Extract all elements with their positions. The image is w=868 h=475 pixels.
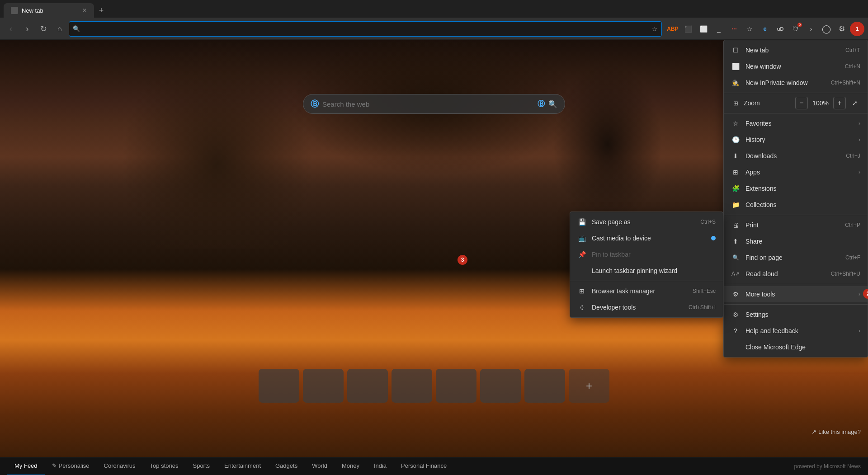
submenu-save-page-shortcut: Ctrl+S: [700, 219, 716, 225]
nav-top-stories[interactable]: Top stories: [143, 457, 186, 475]
search-icon[interactable]: 🔍: [548, 100, 557, 108]
submenu-pin-wizard-label: Launch taskbar pinning wizard: [592, 267, 677, 274]
submenu-task-manager[interactable]: ⊞ Browser task manager Shift+Esc: [570, 283, 723, 299]
nav-entertainment[interactable]: Entertainment: [217, 457, 268, 475]
quick-link-3[interactable]: [347, 369, 388, 403]
tab-bar: New tab ✕ +: [0, 0, 868, 18]
home-button[interactable]: ⌂: [52, 22, 67, 36]
submenu-task-manager-shortcut: Shift+Esc: [693, 288, 716, 294]
menu-downloads[interactable]: ⬇ Downloads Ctrl+J: [724, 148, 868, 164]
history-icon: 🕐: [731, 135, 740, 144]
menu-find[interactable]: 🔍 Find on page Ctrl+F: [724, 249, 868, 266]
nav-my-feed[interactable]: My Feed: [7, 457, 45, 475]
ext-split-button[interactable]: ⬜: [696, 22, 711, 36]
nav-coronavirus[interactable]: Coronavirus: [97, 457, 143, 475]
menu-apps[interactable]: ⊞ Apps ›: [724, 164, 868, 180]
menu-read-aloud[interactable]: A↗ Read aloud Ctrl+Shift+U: [724, 266, 868, 282]
nav-india[interactable]: India: [367, 457, 394, 475]
ext-badge-button[interactable]: 🛡 0: [788, 22, 803, 36]
zoom-expand-button[interactable]: ⤢: [849, 98, 860, 108]
zoom-row: ⊞ Zoom − 100% + ⤢: [724, 95, 868, 111]
bing-logo-icon: Ⓑ: [538, 99, 545, 109]
settings-button[interactable]: ⚙: [835, 22, 849, 36]
print-icon: 🖨: [731, 221, 740, 230]
nav-money-label: Money: [342, 462, 359, 469]
menu-more-tools[interactable]: ⚙ More tools › 2: [724, 286, 868, 302]
address-bar[interactable]: 🔍 ☆: [69, 21, 662, 37]
star-icon[interactable]: ☆: [652, 25, 658, 33]
menu-divider-5: [724, 304, 868, 305]
back-button[interactable]: ‹: [4, 22, 18, 36]
ext-chevron-button[interactable]: ›: [804, 22, 818, 36]
forward-button[interactable]: ›: [20, 22, 34, 36]
ext-more-button[interactable]: ···: [727, 22, 741, 36]
nav-world[interactable]: World: [305, 457, 335, 475]
quick-link-2[interactable]: [303, 369, 344, 403]
reload-button[interactable]: ↻: [36, 22, 51, 36]
badge-3-container: 3: [458, 255, 467, 265]
more-tools-icon: ⚙: [731, 290, 740, 299]
badge-2: 2: [863, 289, 868, 299]
menu-settings-label: Settings: [745, 311, 769, 318]
menu-help[interactable]: ? Help and feedback ›: [724, 323, 868, 339]
submenu-pin-taskbar[interactable]: 📌 Pin to taskbar: [570, 246, 723, 263]
quick-link-6[interactable]: [480, 369, 521, 403]
ext-adblock-button[interactable]: ABP: [665, 22, 680, 36]
tab-close-icon[interactable]: ✕: [82, 7, 87, 14]
menu-extensions-label: Extensions: [745, 185, 776, 192]
submenu-task-manager-label: Browser task manager: [592, 287, 655, 295]
page-search-bar[interactable]: Ⓑ Ⓑ 🔍: [303, 94, 565, 114]
lock-icon: 🔍: [73, 25, 80, 32]
task-manager-icon: ⊞: [577, 287, 586, 296]
like-image[interactable]: ↗ Like this image?: [811, 428, 861, 435]
menu-collections[interactable]: 📁 Collections: [724, 197, 868, 213]
nav-money[interactable]: Money: [335, 457, 367, 475]
apps-arrow: ›: [859, 169, 860, 175]
menu-favorites[interactable]: ☆ Favorites ›: [724, 115, 868, 132]
window-icon: ⬜: [731, 62, 740, 71]
nav-personalise[interactable]: ✎ Personalise: [45, 457, 97, 475]
add-quick-link-button[interactable]: +: [569, 369, 609, 403]
submenu-save-page[interactable]: 💾 Save page as Ctrl+S: [570, 214, 723, 230]
nav-personal-finance[interactable]: Personal Finance: [394, 457, 454, 475]
pin-wizard-icon: [577, 266, 586, 275]
ext-screenshot-button[interactable]: ⬛: [681, 22, 695, 36]
quick-links: +: [259, 369, 609, 403]
apps-icon: ⊞: [731, 168, 740, 177]
ext-ud-button[interactable]: uD: [773, 22, 788, 36]
zoom-increase-button[interactable]: +: [833, 97, 846, 109]
submenu-dev-tools[interactable]: ⟨⟩ Developer tools Ctrl+Shift+I: [570, 299, 723, 315]
menu-new-tab[interactable]: ☐ New tab Ctrl+T: [724, 42, 868, 58]
ext-edge-button[interactable]: e: [758, 22, 772, 36]
quick-link-5[interactable]: [436, 369, 476, 403]
submenu-pin-wizard[interactable]: Launch taskbar pinning wizard: [570, 263, 723, 279]
nav-gadgets-label: Gadgets: [275, 462, 297, 469]
more-tools-arrow: ›: [859, 291, 860, 297]
address-input[interactable]: [83, 25, 649, 33]
menu-new-window[interactable]: ⬜ New window Ctrl+N: [724, 58, 868, 75]
menu-history[interactable]: 🕐 History ›: [724, 132, 868, 148]
page-search-input[interactable]: [322, 100, 534, 108]
menu-apps-label: Apps: [745, 169, 760, 176]
new-tab-button[interactable]: +: [94, 3, 108, 18]
nav-sports[interactable]: Sports: [185, 457, 217, 475]
menu-settings[interactable]: ⚙ Settings: [724, 306, 868, 323]
menu-share[interactable]: ⬆ Share: [724, 233, 868, 249]
quick-link-4[interactable]: [392, 369, 432, 403]
save-icon: 💾: [577, 217, 586, 226]
nav-gadgets[interactable]: Gadgets: [268, 457, 305, 475]
menu-close-edge[interactable]: Close Microsoft Edge: [724, 339, 868, 355]
profile-button[interactable]: 1: [850, 22, 864, 36]
menu-inprivate[interactable]: 🕵 New InPrivate window Ctrl+Shift+N: [724, 75, 868, 91]
zoom-decrease-button[interactable]: −: [795, 97, 808, 109]
favorites-button[interactable]: ☆: [742, 22, 757, 36]
zoom-label: Zoom: [744, 99, 760, 107]
quick-link-7[interactable]: [524, 369, 565, 403]
active-tab[interactable]: New tab ✕: [4, 3, 94, 18]
submenu-cast-media[interactable]: 📺 Cast media to device: [570, 230, 723, 246]
quick-link-1[interactable]: [259, 369, 299, 403]
menu-extensions[interactable]: 🧩 Extensions: [724, 180, 868, 197]
menu-print[interactable]: 🖨 Print Ctrl+P: [724, 217, 868, 233]
ext-circle-button[interactable]: ◯: [819, 22, 834, 36]
ext-minimize-button[interactable]: _: [712, 22, 726, 36]
